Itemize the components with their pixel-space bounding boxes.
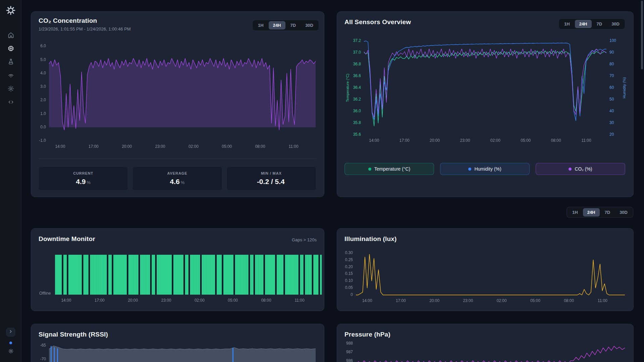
downtime-chart-canvas (39, 253, 323, 305)
global-range-30d[interactable]: 30D (615, 208, 632, 217)
chevron-right-icon (8, 329, 13, 335)
overview-time-range-group: 1H 24H 7D 30D (558, 18, 625, 29)
co2-time-range-group: 1H 24H 7D 30D (252, 20, 319, 31)
offline-axis-label: Offline (39, 291, 51, 296)
scrollbar-thumb[interactable] (641, 1, 643, 69)
co2-card-divider (38, 158, 316, 159)
legend-temperature[interactable]: Temperature (°C) (344, 163, 434, 175)
co2-range-24h[interactable]: 24H (269, 21, 285, 29)
sun-icon (8, 348, 14, 355)
pressure-card-title: Pressure (hPa) (344, 331, 390, 338)
stat-minmax: MIN / MAX -0.2 / 5.4 (226, 166, 316, 191)
downtime-monitor-card: Downtime Monitor Gaps > 120s Offline (31, 228, 324, 311)
co2-range-1h[interactable]: 1H (254, 21, 268, 29)
co2-range-30d[interactable]: 30D (301, 21, 318, 29)
sidebar-item-experiments[interactable] (5, 59, 17, 66)
stat-average: AVERAGE 4.6% (132, 166, 222, 191)
stat-average-value: 4.6 (170, 178, 180, 185)
stat-minmax-label: MIN / MAX (261, 171, 282, 175)
stat-current-value: 4.9 (76, 178, 86, 185)
overview-legend: Temperature (°C) Humidity (%) CO₂ (%) (344, 163, 625, 175)
overview-range-7d[interactable]: 7D (592, 20, 607, 28)
rssi-card-title: Signal Strength (RSSI) (39, 331, 108, 338)
legend-humidity-label: Humidity (%) (474, 166, 501, 172)
pressure-card: Pressure (hPa) (337, 324, 634, 362)
co2-range-7d[interactable]: 7D (286, 21, 301, 29)
sidebar-item-devices[interactable] (5, 46, 17, 53)
connection-status-dot (9, 342, 12, 344)
co2-chart-canvas (35, 44, 320, 164)
overview-chart-canvas (344, 37, 627, 147)
sidebar-item-home[interactable] (5, 32, 17, 39)
app-logo-gear-icon[interactable] (0, 5, 21, 15)
flask-icon (7, 58, 14, 67)
all-sensors-overview-card: All Sensors Overview 1H 24H 7D 30D Tempe… (337, 11, 634, 197)
stat-current-label: CURRENT (73, 171, 93, 175)
downtime-card-title: Downtime Monitor (39, 235, 95, 243)
chip-icon (7, 45, 14, 53)
global-range-1h[interactable]: 1H (568, 208, 582, 217)
pressure-chart-canvas (345, 339, 629, 362)
rssi-chart-canvas (35, 341, 320, 362)
gear-icon (7, 85, 14, 94)
overview-range-30d[interactable]: 30D (607, 20, 624, 28)
stat-average-unit: % (181, 180, 185, 185)
overview-card-title: All Sensors Overview (344, 18, 411, 26)
global-range-7d[interactable]: 7D (600, 208, 615, 217)
signal-strength-card: Signal Strength (RSSI) (31, 324, 324, 362)
sidebar-expand-button[interactable] (6, 328, 15, 337)
wifi-icon (7, 72, 14, 80)
stat-average-label: AVERAGE (167, 171, 187, 175)
legend-co2[interactable]: CO₂ (%) (536, 163, 625, 175)
co2-card-title: CO₂ Concentration (39, 17, 97, 24)
temperature-dot-icon (368, 168, 371, 171)
sidebar-item-api[interactable] (5, 99, 17, 106)
theme-toggle-button[interactable] (7, 348, 14, 355)
legend-humidity[interactable]: Humidity (%) (440, 163, 530, 175)
sidebar-nav (0, 32, 21, 106)
co2-card-date-range: 1/23/2026, 1:01:55 PM - 1/24/2026, 1:00:… (39, 26, 131, 32)
overview-range-24h[interactable]: 24H (575, 20, 592, 28)
code-icon (7, 99, 14, 107)
global-time-range-group: 1H 24H 7D 30D (567, 207, 633, 218)
overview-range-1h[interactable]: 1H (560, 20, 574, 28)
stat-current: CURRENT 4.9% (38, 166, 128, 191)
home-icon (7, 32, 14, 40)
sidebar-item-settings[interactable] (5, 86, 17, 93)
stat-current-unit: % (87, 180, 91, 185)
illumination-card-title: Illumination (lux) (344, 235, 397, 243)
co2-concentration-card: CO₂ Concentration 1/23/2026, 1:01:55 PM … (31, 11, 324, 197)
downtime-gaps-badge: Gaps > 120s (292, 237, 317, 242)
illumination-card: Illumination (lux) (337, 228, 634, 311)
illumination-chart-canvas (345, 248, 629, 305)
co2-stats-row: CURRENT 4.9% AVERAGE 4.6% MIN / MAX -0.2… (38, 166, 316, 191)
global-range-24h[interactable]: 24H (583, 208, 600, 217)
co2-dot-icon (569, 168, 572, 171)
stat-minmax-value: -0.2 / 5.4 (257, 178, 285, 185)
humidity-dot-icon (468, 168, 471, 171)
sidebar-item-connectivity[interactable] (5, 72, 17, 79)
legend-temperature-label: Temperature (°C) (374, 166, 411, 172)
sidebar (0, 0, 21, 362)
legend-co2-label: CO₂ (%) (575, 166, 592, 172)
